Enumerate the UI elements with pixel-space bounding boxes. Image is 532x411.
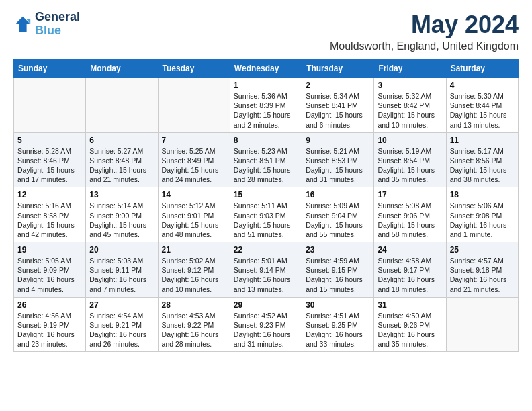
calendar-cell: 8Sunrise: 5:23 AM Sunset: 8:51 PM Daylig…: [230, 132, 302, 187]
day-number: 28: [162, 300, 226, 310]
day-info: Sunrise: 5:03 AM Sunset: 9:11 PM Dayligh…: [89, 256, 154, 294]
calendar-cell: [14, 78, 86, 133]
day-number: 23: [306, 245, 370, 255]
day-number: 31: [378, 300, 442, 310]
day-number: 7: [162, 136, 226, 145]
calendar-cell: 21Sunrise: 5:02 AM Sunset: 9:12 PM Dayli…: [158, 242, 230, 298]
calendar-cell: 24Sunrise: 4:58 AM Sunset: 9:17 PM Dayli…: [374, 242, 446, 298]
day-info: Sunrise: 4:57 AM Sunset: 9:18 PM Dayligh…: [450, 256, 515, 294]
week-row-3: 12Sunrise: 5:16 AM Sunset: 8:58 PM Dayli…: [14, 187, 519, 242]
day-number: 15: [234, 190, 298, 199]
weekday-header-saturday: Saturday: [446, 60, 518, 78]
calendar-cell: 16Sunrise: 5:09 AM Sunset: 9:04 PM Dayli…: [302, 187, 374, 242]
calendar-cell: 2Sunrise: 5:34 AM Sunset: 8:41 PM Daylig…: [302, 78, 374, 133]
calendar-cell: 27Sunrise: 4:54 AM Sunset: 9:21 PM Dayli…: [86, 297, 158, 352]
calendar-cell: 1Sunrise: 5:36 AM Sunset: 8:39 PM Daylig…: [230, 78, 302, 133]
day-number: 5: [17, 136, 82, 145]
logo: General Blue: [13, 11, 80, 38]
day-info: Sunrise: 5:21 AM Sunset: 8:53 PM Dayligh…: [306, 146, 370, 185]
day-info: Sunrise: 5:05 AM Sunset: 9:09 PM Dayligh…: [17, 256, 82, 294]
calendar-cell: 13Sunrise: 5:14 AM Sunset: 9:00 PM Dayli…: [86, 187, 158, 242]
day-info: Sunrise: 5:28 AM Sunset: 8:46 PM Dayligh…: [17, 146, 82, 185]
day-number: 24: [378, 245, 442, 255]
day-number: 13: [89, 190, 154, 199]
weekday-header-wednesday: Wednesday: [230, 60, 302, 78]
day-number: 19: [17, 245, 82, 255]
day-info: Sunrise: 5:32 AM Sunset: 8:42 PM Dayligh…: [378, 91, 442, 130]
calendar-cell: 3Sunrise: 5:32 AM Sunset: 8:42 PM Daylig…: [374, 78, 446, 133]
weekday-header-monday: Monday: [86, 60, 158, 78]
day-number: 30: [306, 300, 370, 310]
day-info: Sunrise: 5:12 AM Sunset: 9:01 PM Dayligh…: [162, 201, 226, 239]
day-number: 6: [89, 136, 154, 145]
day-info: Sunrise: 4:53 AM Sunset: 9:22 PM Dayligh…: [162, 311, 226, 349]
weekday-header-thursday: Thursday: [302, 60, 374, 78]
logo-icon: [13, 15, 32, 34]
weekday-header-friday: Friday: [374, 60, 446, 78]
day-number: 4: [450, 81, 515, 90]
day-number: 17: [378, 190, 442, 199]
day-info: Sunrise: 5:30 AM Sunset: 8:44 PM Dayligh…: [450, 91, 515, 130]
day-number: 8: [234, 136, 298, 145]
calendar-cell: 9Sunrise: 5:21 AM Sunset: 8:53 PM Daylig…: [302, 132, 374, 187]
calendar-cell: 17Sunrise: 5:08 AM Sunset: 9:06 PM Dayli…: [374, 187, 446, 242]
day-info: Sunrise: 5:25 AM Sunset: 8:49 PM Dayligh…: [162, 146, 226, 185]
day-info: Sunrise: 5:08 AM Sunset: 9:06 PM Dayligh…: [378, 201, 442, 239]
calendar-table: SundayMondayTuesdayWednesdayThursdayFrid…: [13, 59, 519, 352]
page-header: General Blue May 2024 Mouldsworth, Engla…: [13, 11, 519, 52]
day-number: 11: [450, 136, 515, 145]
day-info: Sunrise: 5:02 AM Sunset: 9:12 PM Dayligh…: [162, 256, 226, 294]
day-number: 20: [89, 245, 154, 255]
weekday-header-row: SundayMondayTuesdayWednesdayThursdayFrid…: [14, 60, 519, 78]
day-number: 2: [306, 81, 370, 90]
calendar-cell: 11Sunrise: 5:17 AM Sunset: 8:56 PM Dayli…: [446, 132, 518, 187]
week-row-5: 26Sunrise: 4:56 AM Sunset: 9:19 PM Dayli…: [14, 297, 519, 352]
calendar-cell: 28Sunrise: 4:53 AM Sunset: 9:22 PM Dayli…: [158, 297, 230, 352]
day-info: Sunrise: 5:34 AM Sunset: 8:41 PM Dayligh…: [306, 91, 370, 130]
title-block: May 2024 Mouldsworth, England, United Ki…: [330, 11, 519, 52]
logo-text: General Blue: [35, 11, 80, 38]
day-number: 21: [162, 245, 226, 255]
svg-marker-0: [15, 17, 30, 32]
day-info: Sunrise: 4:52 AM Sunset: 9:23 PM Dayligh…: [234, 311, 298, 349]
day-info: Sunrise: 4:54 AM Sunset: 9:21 PM Dayligh…: [89, 311, 154, 349]
calendar-subtitle: Mouldsworth, England, United Kingdom: [330, 40, 519, 52]
day-number: 9: [306, 136, 370, 145]
day-number: 10: [378, 136, 442, 145]
calendar-cell: 15Sunrise: 5:11 AM Sunset: 9:03 PM Dayli…: [230, 187, 302, 242]
day-number: 29: [234, 300, 298, 310]
day-info: Sunrise: 5:01 AM Sunset: 9:14 PM Dayligh…: [234, 256, 298, 294]
calendar-cell: 19Sunrise: 5:05 AM Sunset: 9:09 PM Dayli…: [14, 242, 86, 298]
calendar-cell: 26Sunrise: 4:56 AM Sunset: 9:19 PM Dayli…: [14, 297, 86, 352]
calendar-cell: [158, 78, 230, 133]
day-number: 12: [17, 190, 82, 199]
day-info: Sunrise: 5:19 AM Sunset: 8:54 PM Dayligh…: [378, 146, 442, 185]
day-info: Sunrise: 4:59 AM Sunset: 9:15 PM Dayligh…: [306, 256, 370, 294]
calendar-cell: 25Sunrise: 4:57 AM Sunset: 9:18 PM Dayli…: [446, 242, 518, 298]
calendar-cell: 18Sunrise: 5:06 AM Sunset: 9:08 PM Dayli…: [446, 187, 518, 242]
calendar-cell: 12Sunrise: 5:16 AM Sunset: 8:58 PM Dayli…: [14, 187, 86, 242]
logo-line2: Blue: [35, 24, 80, 38]
day-info: Sunrise: 5:27 AM Sunset: 8:48 PM Dayligh…: [89, 146, 154, 185]
day-number: 16: [306, 190, 370, 199]
day-number: 1: [234, 81, 298, 90]
week-row-2: 5Sunrise: 5:28 AM Sunset: 8:46 PM Daylig…: [14, 132, 519, 187]
calendar-cell: 10Sunrise: 5:19 AM Sunset: 8:54 PM Dayli…: [374, 132, 446, 187]
calendar-cell: 4Sunrise: 5:30 AM Sunset: 8:44 PM Daylig…: [446, 78, 518, 133]
calendar-title: May 2024: [330, 11, 519, 39]
day-number: 18: [450, 190, 515, 199]
calendar-cell: [446, 297, 518, 352]
day-number: 14: [162, 190, 226, 199]
calendar-cell: 5Sunrise: 5:28 AM Sunset: 8:46 PM Daylig…: [14, 132, 86, 187]
calendar-cell: 7Sunrise: 5:25 AM Sunset: 8:49 PM Daylig…: [158, 132, 230, 187]
calendar-cell: 14Sunrise: 5:12 AM Sunset: 9:01 PM Dayli…: [158, 187, 230, 242]
day-info: Sunrise: 4:51 AM Sunset: 9:25 PM Dayligh…: [306, 311, 370, 349]
day-info: Sunrise: 5:09 AM Sunset: 9:04 PM Dayligh…: [306, 201, 370, 239]
calendar-cell: 20Sunrise: 5:03 AM Sunset: 9:11 PM Dayli…: [86, 242, 158, 298]
calendar-cell: 22Sunrise: 5:01 AM Sunset: 9:14 PM Dayli…: [230, 242, 302, 298]
day-info: Sunrise: 4:56 AM Sunset: 9:19 PM Dayligh…: [17, 311, 82, 349]
weekday-header-tuesday: Tuesday: [158, 60, 230, 78]
day-info: Sunrise: 4:50 AM Sunset: 9:26 PM Dayligh…: [378, 311, 442, 349]
day-info: Sunrise: 5:36 AM Sunset: 8:39 PM Dayligh…: [234, 91, 298, 130]
day-number: 26: [17, 300, 82, 310]
